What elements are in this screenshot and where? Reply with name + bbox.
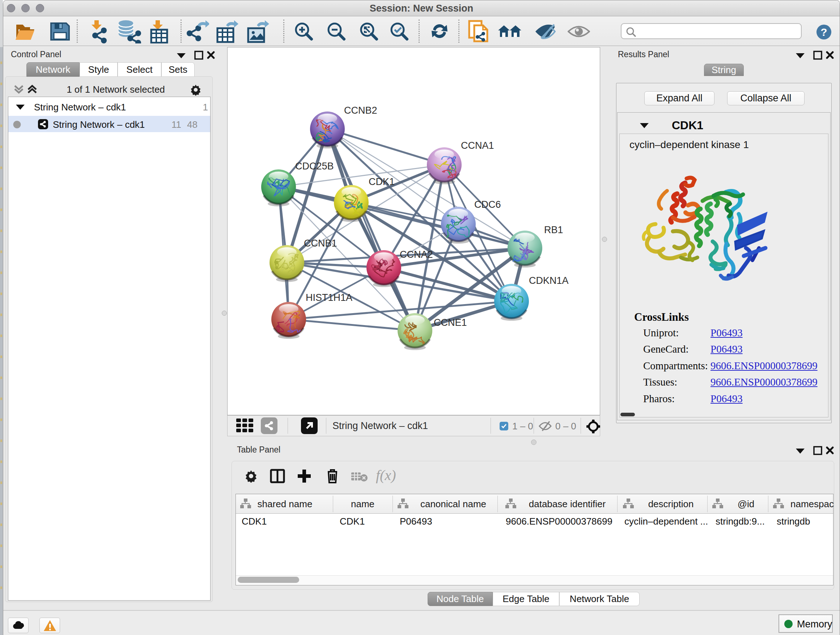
svg-text:CCNA2: CCNA2 — [400, 249, 433, 260]
svg-text:RB1: RB1 — [544, 225, 563, 235]
svg-text:CDK1: CDK1 — [369, 176, 395, 187]
svg-text:CDC25B: CDC25B — [295, 161, 334, 172]
svg-text:CCNE1: CCNE1 — [434, 317, 467, 328]
svg-text:CCNB1: CCNB1 — [304, 238, 337, 249]
svg-text:CCNB2: CCNB2 — [344, 105, 377, 116]
svg-text:CDKN1A: CDKN1A — [529, 275, 569, 286]
svg-text:CCNA1: CCNA1 — [461, 140, 494, 151]
svg-text:CDC6: CDC6 — [474, 199, 501, 210]
svg-text:HIST1H1A: HIST1H1A — [306, 292, 352, 303]
